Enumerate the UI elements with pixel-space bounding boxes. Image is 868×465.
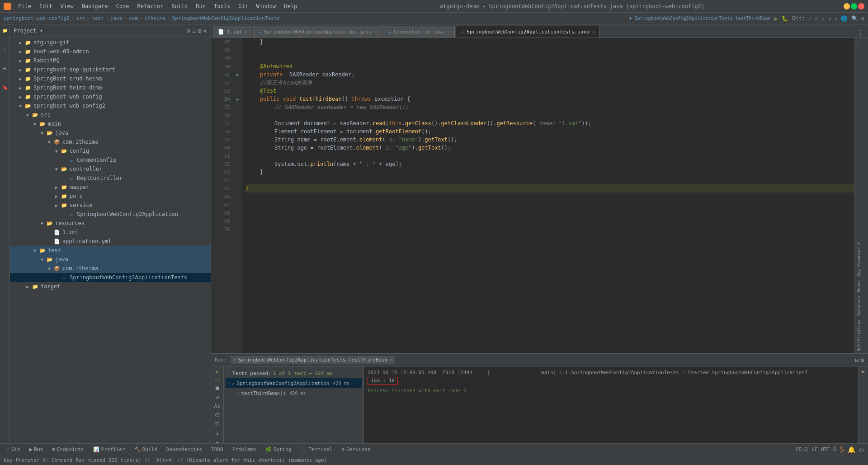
status-tab-problems[interactable]: Problems bbox=[230, 446, 259, 453]
tab-springbootapp[interactable]: ☕ SpringbootWebConfig2Application.java ✕ bbox=[253, 26, 382, 38]
menu-item-edit[interactable]: Edit bbox=[36, 2, 56, 10]
test-suite-item[interactable]: ✓ ✓ SpringbootWebConfig2Application 420 … bbox=[226, 378, 362, 388]
expand-tests-button[interactable]: ↕ bbox=[213, 430, 222, 437]
gutter-run-icon[interactable]: ▶ bbox=[236, 97, 239, 102]
stop-button[interactable]: ⏹ bbox=[213, 385, 222, 391]
menu-item-tools[interactable]: Tools bbox=[210, 2, 234, 10]
bookmark-icon[interactable]: 🔖 bbox=[1, 83, 9, 91]
tree-item-1xml[interactable]: 📄 1.xml bbox=[10, 228, 211, 237]
project-icon[interactable]: 📁 bbox=[1, 26, 9, 34]
tree-item-com-itheima[interactable]: ▼ 📦 com.itheima bbox=[10, 137, 211, 146]
gutter-run-icon[interactable]: ▶ bbox=[236, 72, 239, 77]
status-tab-services[interactable]: ⚙ Services bbox=[339, 446, 373, 453]
tree-item-java-test[interactable]: ▼ 📂 java bbox=[10, 255, 211, 264]
tab-close-button[interactable]: ✕ bbox=[447, 29, 450, 34]
menu-item-refactor[interactable]: Refactor bbox=[133, 2, 167, 10]
tab-close-button[interactable]: ✕ bbox=[374, 29, 377, 34]
close-button[interactable] bbox=[858, 3, 864, 9]
sort-alpha-button[interactable]: A↕ bbox=[213, 403, 222, 409]
minimize-button[interactable] bbox=[844, 3, 850, 9]
run-tab-tests[interactable]: ⚡ SpringbootWebConfig2ApplicationTests.t… bbox=[231, 356, 395, 364]
expand-all-button[interactable]: ≡ bbox=[192, 27, 196, 34]
code-content[interactable]: } @Autowired private SAXReader saxReader… bbox=[242, 38, 854, 353]
menu-item-git[interactable]: Git bbox=[235, 2, 252, 10]
sort-duration-button[interactable]: ⏱ bbox=[213, 412, 222, 418]
tree-item-deptcontroller[interactable]: ☕ DeptController bbox=[10, 174, 211, 183]
tree-item-main[interactable]: ▼ 📂 main bbox=[10, 119, 211, 128]
tree-item-src[interactable]: ▼ 📂 src bbox=[10, 110, 211, 119]
menu-item-code[interactable]: Code bbox=[113, 2, 133, 10]
run-config-selector[interactable]: ▼ SpringbootWebConfig2ApplicationTests.t… bbox=[629, 16, 770, 21]
scroll-right-button[interactable]: ▶ bbox=[862, 368, 865, 375]
breadcrumb-item[interactable]: itheima bbox=[145, 15, 165, 21]
tree-item-test[interactable]: ▼ 📂 test bbox=[10, 246, 211, 255]
tab-1xml[interactable]: 📄 1.xml ✕ bbox=[213, 26, 252, 38]
menu-item-navigate[interactable]: Navigate bbox=[78, 2, 112, 10]
tree-item-com-itheima-test[interactable]: ▼ 📦 com.itheima bbox=[10, 264, 211, 273]
status-tab-run[interactable]: ▶ Run bbox=[27, 446, 46, 453]
menu-item-help[interactable]: Help bbox=[280, 2, 301, 10]
status-tab-terminal[interactable]: ⬛ Terminal bbox=[297, 446, 335, 453]
status-tab-build[interactable]: 🔨 Build bbox=[132, 446, 160, 453]
breadcrumb-item[interactable]: src bbox=[76, 15, 85, 21]
tab-close-button[interactable]: ✕ bbox=[592, 29, 595, 34]
tree-item-config[interactable]: ▼ 📂 config bbox=[10, 146, 211, 155]
status-tab-endpoints[interactable]: ⊞ Endpoints bbox=[49, 446, 86, 453]
tree-item-pojo[interactable]: ▶ 📁 pojo bbox=[10, 192, 211, 201]
code-editor[interactable]: 47 48 49 50 51 52 53 54 55 56 57 58 59 6… bbox=[211, 38, 868, 353]
settings-button[interactable]: ⚙ bbox=[198, 27, 201, 34]
tree-item-rabbitmq[interactable]: ▶ 📁 RabbitMQ bbox=[10, 56, 211, 65]
tree-item-controller[interactable]: ▼ 📂 controller bbox=[10, 164, 211, 174]
filter-button[interactable]: ☰ bbox=[213, 421, 222, 427]
menu-item-file[interactable]: File bbox=[14, 2, 35, 10]
tree-item-service[interactable]: ▶ 📁 service bbox=[10, 201, 211, 210]
tree-item-web-config2[interactable]: ▼ 📂 springboot-web-config2 bbox=[10, 101, 211, 110]
panel-actions[interactable]: ⊕ ≡ ⚙ ✕ bbox=[186, 27, 207, 34]
commit-icon[interactable]: ↑ bbox=[1, 45, 9, 53]
menu-item-window[interactable]: Window bbox=[253, 2, 279, 10]
tree-item-boot-web[interactable]: ▶ 📁 boot-web-05-admin bbox=[10, 47, 211, 56]
maximize-panel-button[interactable]: ⊡ bbox=[855, 357, 859, 364]
tree-item-tests-file[interactable]: ☕ SpringbootWebConfig2ApplicationTests bbox=[10, 273, 211, 282]
status-tab-spring[interactable]: 🌿 Spring bbox=[263, 446, 294, 453]
tree-item-resources[interactable]: ▼ 📂 resources bbox=[10, 219, 211, 228]
tree-item-heima-demo[interactable]: ▶ 📁 SpringBoot-heima-demo bbox=[10, 83, 211, 92]
tree-item-aop[interactable]: ▶ 📁 springboot-aop-quickstart bbox=[10, 65, 211, 74]
tree-item-appyml[interactable]: 📄 application.yml bbox=[10, 237, 211, 246]
rerun-button[interactable]: ↺ bbox=[213, 394, 222, 400]
more-tabs-button[interactable]: ⋮ bbox=[854, 29, 868, 38]
status-tab-todo[interactable]: TODO bbox=[208, 446, 226, 453]
debug-button[interactable]: 🐛 bbox=[782, 15, 788, 22]
tab-commonconfig[interactable]: ☕ CommonConfig.java ✕ bbox=[383, 26, 455, 38]
tab-close-button[interactable]: ✕ bbox=[245, 29, 247, 34]
tab-tests[interactable]: ☕ SpringbootWebConfig2ApplicationTests.j… bbox=[456, 26, 599, 38]
maximize-button[interactable] bbox=[851, 3, 857, 9]
settings-panel-button[interactable]: ⚙ bbox=[861, 357, 864, 364]
run-again-button[interactable]: ▶ bbox=[213, 368, 222, 375]
structure-icon[interactable]: ☰ bbox=[1, 64, 9, 72]
tree-item-web-config[interactable]: ▶ 📁 springboot-web-config bbox=[10, 92, 211, 101]
run-tab-close[interactable]: ✕ bbox=[389, 357, 392, 363]
tree-item-commonconfig[interactable]: ☕ CommonConfig bbox=[10, 155, 211, 164]
status-tab-profiler[interactable]: 📊 Profiler bbox=[90, 446, 128, 453]
menu-item-run[interactable]: Run bbox=[192, 2, 209, 10]
breadcrumb-item[interactable]: com bbox=[129, 15, 138, 21]
tree-item-crud[interactable]: ▶ 📁 SpringBoot-crud-heima bbox=[10, 74, 211, 83]
status-tab-dependencies[interactable]: Dependencies bbox=[164, 446, 205, 453]
menu-item-build[interactable]: Build bbox=[168, 2, 191, 10]
breadcrumb-item[interactable]: java bbox=[110, 15, 123, 21]
breadcrumb-item[interactable]: SpringbootWebConfig2ApplicationTests bbox=[172, 15, 280, 21]
test-method-item[interactable]: ✓ testThirdBean() 420 ms bbox=[226, 388, 362, 398]
run-button[interactable]: ▶ bbox=[774, 15, 778, 22]
tree-item-springbootapp[interactable]: ☕ SpringbootWebConfig2Application bbox=[10, 210, 211, 219]
menu-bar[interactable]: FileEditViewNavigateCodeRefactorBuildRun… bbox=[14, 2, 301, 10]
breadcrumb-item[interactable]: test bbox=[92, 15, 104, 21]
tree-item-java-main[interactable]: ▼ 📂 java bbox=[10, 128, 211, 137]
collapse-tests-button[interactable]: ↔ bbox=[213, 439, 222, 443]
tree-item-target[interactable]: ▶ 📁 target bbox=[10, 282, 211, 291]
close-panel-button[interactable]: ✕ bbox=[203, 27, 207, 34]
breadcrumb-item[interactable]: springboot-web-config2 bbox=[4, 15, 70, 21]
collapse-all-button[interactable]: ⊕ bbox=[186, 27, 190, 34]
status-tab-git[interactable]: ⑂ Git bbox=[4, 446, 23, 453]
tree-item-mapper[interactable]: ▶ 📁 mapper bbox=[10, 183, 211, 192]
